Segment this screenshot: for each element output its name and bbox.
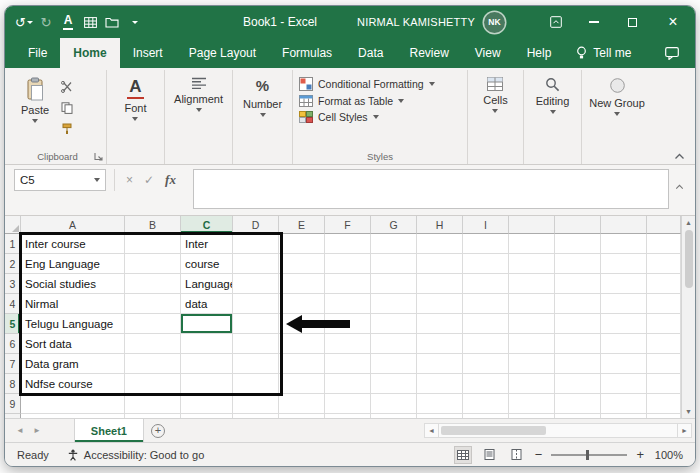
- cell-A6[interactable]: Sort data: [21, 334, 125, 354]
- close-button[interactable]: ×: [651, 6, 695, 38]
- cell-G9[interactable]: [371, 394, 417, 414]
- column-header-E[interactable]: E: [279, 216, 325, 234]
- cell-G8[interactable]: [371, 374, 417, 394]
- horizontal-scrollbar[interactable]: ◄ ►: [424, 423, 692, 438]
- column-header-A[interactable]: A: [21, 216, 125, 234]
- tell-me-button[interactable]: Tell me: [564, 38, 643, 68]
- cell-blank[interactable]: [601, 394, 647, 414]
- row-header-4[interactable]: 4: [5, 294, 21, 314]
- cell-G6[interactable]: [371, 334, 417, 354]
- underline-button[interactable]: A: [59, 11, 77, 33]
- cell-F4[interactable]: [325, 294, 371, 314]
- cell-D2[interactable]: [233, 254, 279, 274]
- cell-blank[interactable]: [601, 314, 647, 334]
- cell-B5[interactable]: [125, 314, 181, 334]
- row-header-6[interactable]: 6: [5, 334, 21, 354]
- cell-D7[interactable]: [233, 354, 279, 374]
- cell-C2[interactable]: course: [181, 254, 233, 274]
- cell-B4[interactable]: [125, 294, 181, 314]
- cell-blank[interactable]: [509, 254, 555, 274]
- cell-G3[interactable]: [371, 274, 417, 294]
- cell-B8[interactable]: [125, 374, 181, 394]
- cell-blank[interactable]: [555, 314, 601, 334]
- cell-H9[interactable]: [417, 394, 463, 414]
- cell-blank[interactable]: [601, 354, 647, 374]
- cell-D1[interactable]: [233, 234, 279, 254]
- cell-C1[interactable]: Inter: [181, 234, 233, 254]
- insert-function-button[interactable]: fx: [165, 172, 176, 188]
- scroll-down-icon[interactable]: ▼: [685, 408, 692, 415]
- number-group-button[interactable]: % Number: [237, 75, 288, 147]
- clipboard-dialog-launcher[interactable]: [94, 152, 103, 161]
- cell-C4[interactable]: data: [181, 294, 233, 314]
- tab-data[interactable]: Data: [345, 38, 396, 68]
- cell-I8[interactable]: [463, 374, 509, 394]
- cell-D3[interactable]: [233, 274, 279, 294]
- cell-G2[interactable]: [371, 254, 417, 274]
- maximize-button[interactable]: [613, 6, 651, 38]
- cell-blank[interactable]: [555, 354, 601, 374]
- hscroll-left-icon[interactable]: ◄: [424, 423, 439, 438]
- cell-F3[interactable]: [325, 274, 371, 294]
- copy-button[interactable]: [61, 102, 73, 114]
- row-header-2[interactable]: 2: [5, 254, 21, 274]
- cell-styles-button[interactable]: Cell Styles: [299, 111, 461, 123]
- cell-E8[interactable]: [279, 374, 325, 394]
- undo-button[interactable]: ↺: [15, 11, 33, 33]
- cell-D5[interactable]: [233, 314, 279, 334]
- cell-G5[interactable]: [371, 314, 417, 334]
- cell-B7[interactable]: [125, 354, 181, 374]
- column-header-D[interactable]: D: [233, 216, 279, 234]
- column-header-I[interactable]: I: [463, 216, 509, 234]
- cell-D8[interactable]: [233, 374, 279, 394]
- cell-B6[interactable]: [125, 334, 181, 354]
- cell-F2[interactable]: [325, 254, 371, 274]
- tab-review[interactable]: Review: [396, 38, 461, 68]
- cell-F9[interactable]: [325, 394, 371, 414]
- page-break-view-button[interactable]: [508, 446, 526, 464]
- cell-blank[interactable]: [509, 374, 555, 394]
- cell-blank[interactable]: [601, 294, 647, 314]
- cell-E3[interactable]: [279, 274, 325, 294]
- cell-blank[interactable]: [601, 334, 647, 354]
- cell-H2[interactable]: [417, 254, 463, 274]
- cell-A9[interactable]: [21, 394, 125, 414]
- zoom-in-button[interactable]: +: [636, 447, 644, 462]
- cell-E1[interactable]: [279, 234, 325, 254]
- cell-B1[interactable]: [125, 234, 181, 254]
- cell-A2[interactable]: Eng Language: [21, 254, 125, 274]
- page-layout-view-button[interactable]: [481, 446, 499, 464]
- vertical-scrollbar[interactable]: ▲ ▼: [681, 216, 695, 418]
- cell-I6[interactable]: [463, 334, 509, 354]
- cell-blank[interactable]: [509, 314, 555, 334]
- cell-E5[interactable]: [279, 314, 325, 334]
- row-header-3[interactable]: 3: [5, 274, 21, 294]
- cell-A5[interactable]: Telugu Language: [21, 314, 125, 334]
- formula-input[interactable]: [193, 169, 669, 209]
- cell-F6[interactable]: [325, 334, 371, 354]
- feedback-button[interactable]: [665, 38, 695, 68]
- tab-home[interactable]: Home: [60, 38, 119, 68]
- sheet-nav-right-icon[interactable]: ►: [33, 426, 41, 435]
- normal-view-button[interactable]: [454, 446, 472, 464]
- cell-C6[interactable]: [181, 334, 233, 354]
- cell-C7[interactable]: [181, 354, 233, 374]
- cell-D9[interactable]: [233, 394, 279, 414]
- column-header-B[interactable]: B: [125, 216, 181, 234]
- zoom-level[interactable]: 100%: [653, 449, 683, 461]
- cell-blank[interactable]: [555, 274, 601, 294]
- cells-group-button[interactable]: Cells: [477, 75, 513, 147]
- cell-blank[interactable]: [555, 234, 601, 254]
- cell-blank[interactable]: [555, 374, 601, 394]
- cell-E7[interactable]: [279, 354, 325, 374]
- cell-C8[interactable]: [181, 374, 233, 394]
- cell-D4[interactable]: [233, 294, 279, 314]
- cell-E2[interactable]: [279, 254, 325, 274]
- column-header-G[interactable]: G: [371, 216, 417, 234]
- cell-blank[interactable]: [601, 254, 647, 274]
- cell-G4[interactable]: [371, 294, 417, 314]
- tab-page-layout[interactable]: Page Layout: [176, 38, 269, 68]
- cell-blank[interactable]: [601, 374, 647, 394]
- column-header-C[interactable]: C: [181, 216, 233, 234]
- cell-B2[interactable]: [125, 254, 181, 274]
